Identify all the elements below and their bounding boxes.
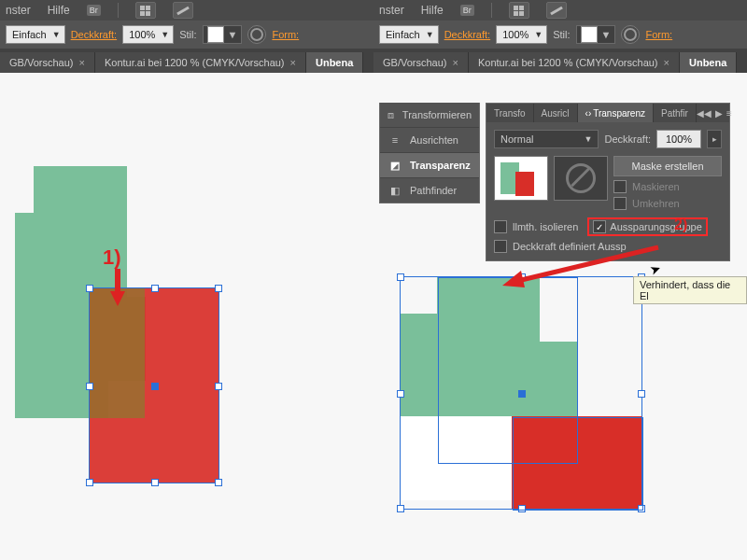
svg-marker-5 xyxy=(502,271,525,287)
panel-dock: ⧈Transformieren ≡Ausrichten ◩Transparenz… xyxy=(379,103,480,203)
doc-tab-3[interactable]: Unbena xyxy=(680,52,737,73)
blend-mode-dropdown[interactable]: Normal▼ xyxy=(494,130,599,148)
isolate-label: llmth. isolieren xyxy=(513,221,578,232)
menubar: nster Hilfe Br xyxy=(374,0,747,21)
doc-tab-1[interactable]: GB/Vorschau)× xyxy=(0,52,95,73)
mask-thumbnail[interactable] xyxy=(554,156,608,201)
bridge-icon[interactable]: Br xyxy=(87,5,101,16)
opacity-input[interactable]: 100% xyxy=(656,130,701,148)
document-tabs: GB/Vorschau)× Kontur.ai bei 1200 % (CMYK… xyxy=(374,49,747,73)
style-dropdown[interactable]: ▼ xyxy=(576,25,616,44)
panel-tab-transparency[interactable]: ‹›Transparenz xyxy=(578,104,654,122)
opacity-label: Deckkraft: xyxy=(604,133,651,145)
make-mask-button[interactable]: Maske erstellen xyxy=(613,156,722,176)
gpu-icon[interactable] xyxy=(546,2,567,19)
opacity-label[interactable]: Deckkraft: xyxy=(71,29,118,40)
transparency-icon: ◩ xyxy=(388,159,402,172)
nav-prev-icon[interactable]: ◀◀ xyxy=(697,108,712,119)
panel-tab-align[interactable]: Ausricl xyxy=(534,104,578,122)
opacity-thumbnail xyxy=(494,156,548,201)
clip-checkbox xyxy=(613,180,627,193)
tooltip: Verhindert, dass die El xyxy=(633,276,747,304)
form-link[interactable]: Form: xyxy=(272,29,299,40)
layout-icon[interactable] xyxy=(509,2,529,19)
form-link[interactable]: Form: xyxy=(645,29,672,40)
isolate-checkbox[interactable] xyxy=(494,220,507,233)
separator xyxy=(491,3,492,18)
gpu-icon[interactable] xyxy=(173,2,193,19)
knockout-label: Aussparungsgruppe xyxy=(610,221,701,232)
transparency-panel: Transfo Ausricl ‹›Transparenz Pathfir ◀◀… xyxy=(486,103,730,261)
opacity-dropdown[interactable]: 100%▼ xyxy=(122,25,174,44)
panel-item-pathfinder[interactable]: ◧Pathfinder xyxy=(380,177,479,203)
opacity-label[interactable]: Deckkraft: xyxy=(444,29,491,40)
menu-hilfe[interactable]: Hilfe xyxy=(421,4,444,17)
stroke-profile-dropdown[interactable]: Einfach▼ xyxy=(379,25,439,44)
panel-item-transform[interactable]: ⧈Transformieren xyxy=(380,103,479,127)
opacity-stepper[interactable]: ▸ xyxy=(707,130,722,148)
menubar: nster Hilfe Br xyxy=(0,0,374,21)
doc-tab-1[interactable]: GB/Vorschau)× xyxy=(374,52,469,73)
selection-bounds xyxy=(400,276,642,510)
panel-item-transparency[interactable]: ◩Transparenz xyxy=(380,152,479,177)
close-icon[interactable]: × xyxy=(290,57,296,68)
panel-tab-pathfinder[interactable]: Pathfir xyxy=(654,104,697,122)
nav-next-icon[interactable]: ▶ xyxy=(715,108,723,119)
panel-tabs: Transfo Ausricl ‹›Transparenz Pathfir ◀◀… xyxy=(486,104,729,122)
separator xyxy=(118,3,119,18)
close-icon[interactable]: × xyxy=(452,57,458,68)
document-tabs: GB/Vorschau)× Kontur.ai bei 1200 % (CMYK… xyxy=(0,49,374,73)
transform-icon: ⧈ xyxy=(388,108,395,121)
align-icon: ≡ xyxy=(388,133,402,147)
bridge-icon[interactable]: Br xyxy=(460,5,474,16)
red-arrow-1 xyxy=(108,269,127,306)
panel-item-align[interactable]: ≡Ausrichten xyxy=(380,127,479,152)
recolor-icon[interactable] xyxy=(621,25,640,44)
style-label: Stil: xyxy=(553,29,570,40)
pathfinder-icon: ◧ xyxy=(388,184,402,197)
stroke-profile-dropdown[interactable]: Einfach▼ xyxy=(6,25,65,44)
menu-hilfe[interactable]: Hilfe xyxy=(48,4,70,17)
panel-menu-icon[interactable]: ≡ xyxy=(726,108,732,119)
close-icon[interactable]: × xyxy=(664,57,669,68)
style-swatch xyxy=(207,26,224,43)
recolor-icon[interactable] xyxy=(247,25,266,44)
selection-bounds xyxy=(89,287,219,483)
canvas-left[interactable]: 1) xyxy=(0,73,374,560)
svg-marker-1 xyxy=(110,291,125,306)
style-label: Stil: xyxy=(179,29,196,40)
style-dropdown[interactable]: ▼ xyxy=(203,25,243,44)
annotation-2: 2) xyxy=(674,217,687,233)
panel-tab-transform[interactable]: Transfo xyxy=(486,104,534,122)
menu-fenster[interactable]: nster xyxy=(379,4,404,17)
layout-icon[interactable] xyxy=(135,2,156,19)
menu-fenster[interactable]: nster xyxy=(6,4,31,17)
close-icon[interactable]: × xyxy=(78,57,84,68)
options-bar: Einfach▼ Deckkraft: 100%▼ Stil: ▼ Form: xyxy=(0,21,374,49)
doc-tab-2[interactable]: Kontur.ai bei 1200 % (CMYK/Vorschau)× xyxy=(469,52,680,73)
canvas-right[interactable]: ▸▸ × ⧈Transformieren ≡Ausrichten ◩Transp… xyxy=(374,73,747,560)
annotation-1: 1) xyxy=(103,245,121,270)
opacity-value: 100% xyxy=(129,29,155,40)
knockout-checkbox[interactable]: ✓ xyxy=(593,220,606,233)
options-bar: Einfach▼ Deckkraft: 100%▼ Stil: ▼ Form: xyxy=(374,21,747,49)
stroke-profile-value: Einfach xyxy=(12,29,47,40)
doc-tab-3[interactable]: Unbena xyxy=(306,52,363,73)
knockout-highlight: ✓ Aussparungsgruppe xyxy=(587,217,707,236)
invert-checkbox xyxy=(613,197,627,210)
opacity-dropdown[interactable]: 100%▼ xyxy=(496,25,547,44)
doc-tab-2[interactable]: Kontur.ai bei 1200 % (CMYK/Vorschau)× xyxy=(95,52,306,73)
